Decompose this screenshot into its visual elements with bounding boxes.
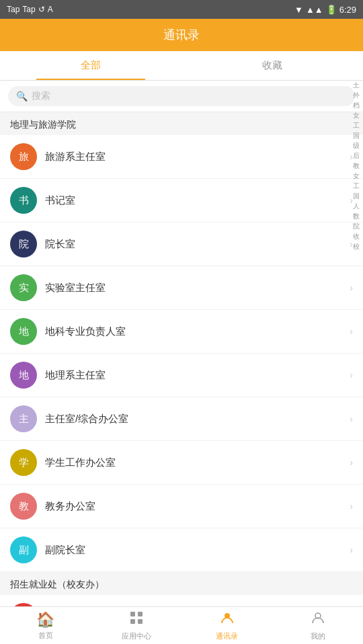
list-item[interactable]: 副 副院长室 ›: [0, 528, 363, 572]
list-item[interactable]: 地 地科专业负责人室 ›: [0, 310, 363, 354]
index-bar: 土 外 档 女 工 国 级 后 教 女 工 国 人 数 院 收 校: [350, 81, 363, 251]
signal-icon: ▲▲: [306, 5, 323, 15]
nav-contacts[interactable]: 通讯录: [182, 607, 272, 644]
status-bar: Tap Tap ↺ A ▼ ▲▲ 🔋 6:29: [0, 0, 363, 19]
avatar: 院: [10, 231, 37, 257]
item-label: 院长室: [45, 238, 350, 251]
mine-icon: [311, 610, 325, 629]
chevron-right-icon: ›: [350, 545, 353, 555]
item-label: 旅游系主任室: [45, 151, 350, 163]
item-label: 地理系主任室: [45, 369, 350, 382]
apps-icon: [129, 610, 144, 629]
content: 地理与旅游学院 旅 旅游系主任室 › 书 书记室 › 院 院长室 › 实: [0, 112, 363, 644]
tab-all-label: 全部: [81, 59, 101, 72]
svg-rect-2: [130, 619, 135, 624]
app-label-1: Tap: [7, 5, 19, 14]
header-title: 通讯录: [163, 27, 200, 43]
avatar: 地: [10, 362, 37, 389]
search-input-wrap[interactable]: 🔍 搜索: [8, 86, 355, 106]
avatar: 旅: [10, 143, 37, 170]
home-icon: 🏠: [36, 611, 54, 629]
chevron-right-icon: ›: [350, 457, 353, 468]
svg-rect-0: [130, 612, 135, 616]
chevron-right-icon: ›: [350, 501, 353, 512]
list-item[interactable]: 教 教务办公室 ›: [0, 485, 363, 528]
avatar: 学: [10, 449, 37, 476]
nav-mine-label: 我的: [311, 631, 325, 641]
keyboard-icon: A: [48, 5, 53, 14]
tab-all[interactable]: 全部: [0, 51, 182, 80]
avatar: 主: [10, 405, 37, 432]
app-label-2: Tap: [22, 5, 35, 14]
search-placeholder: 搜索: [32, 90, 50, 102]
search-bar: 🔍 搜索: [0, 81, 363, 112]
item-label: 实验室主任室: [45, 282, 350, 294]
clock: 6:29: [339, 5, 356, 15]
list-item[interactable]: 地 地理系主任室 ›: [0, 354, 363, 397]
section-header-0: 地理与旅游学院: [0, 112, 363, 135]
status-left: Tap Tap ↺ A: [7, 5, 53, 14]
avatar: 教: [10, 493, 37, 520]
wifi-icon: ▼: [294, 5, 303, 15]
list-item[interactable]: 主 主任室/综合办公室 ›: [0, 397, 363, 441]
header: 通讯录: [0, 19, 363, 51]
tab-bar: 全部 收藏: [0, 51, 363, 81]
avatar: 地: [10, 318, 37, 345]
nav-mine[interactable]: 我的: [272, 607, 363, 644]
tab-favorites[interactable]: 收藏: [182, 51, 363, 80]
item-label: 地科专业负责人室: [45, 325, 350, 338]
chevron-right-icon: ›: [350, 370, 353, 380]
avatar: 实: [10, 274, 37, 301]
search-icon: 🔍: [16, 91, 28, 102]
chevron-right-icon: ›: [350, 413, 353, 424]
tab-favorites-label: 收藏: [262, 59, 282, 72]
list-section-0: 旅 旅游系主任室 › 书 书记室 › 院 院长室 › 实 实验室主任室 ›: [0, 135, 363, 572]
nav-home[interactable]: 🏠 首页: [0, 607, 91, 644]
item-label: 学生工作办公室: [45, 456, 350, 469]
list-item[interactable]: 旅 旅游系主任室 ›: [0, 135, 363, 179]
battery-icon: 🔋: [326, 5, 337, 15]
item-label: 书记室: [45, 194, 350, 207]
refresh-icon: ↺: [38, 5, 45, 14]
nav-home-label: 首页: [38, 631, 53, 641]
bottom-nav: 🏠 首页 应用中心 通讯录 我的: [0, 606, 363, 644]
item-label: 主任室/综合办公室: [45, 413, 350, 426]
svg-rect-3: [138, 619, 143, 624]
item-label: 教务办公室: [45, 500, 350, 513]
list-item[interactable]: 书 书记室 ›: [0, 179, 363, 223]
status-right: ▼ ▲▲ 🔋 6:29: [294, 5, 356, 15]
nav-apps[interactable]: 应用中心: [91, 607, 182, 644]
list-item[interactable]: 学 学生工作办公室 ›: [0, 441, 363, 485]
chevron-right-icon: ›: [350, 326, 353, 337]
contacts-icon: [220, 610, 235, 629]
item-label: 副院长室: [45, 544, 350, 557]
list-item[interactable]: 院 院长室 ›: [0, 223, 363, 266]
svg-rect-1: [138, 612, 143, 616]
avatar: 书: [10, 187, 37, 214]
list-item[interactable]: 实 实验室主任室 ›: [0, 266, 363, 310]
avatar: 副: [10, 536, 37, 563]
section-header-1: 招生就业处（校友办）: [0, 572, 363, 595]
nav-contacts-label: 通讯录: [216, 631, 238, 641]
nav-apps-label: 应用中心: [122, 631, 151, 641]
chevron-right-icon: ›: [350, 282, 353, 293]
